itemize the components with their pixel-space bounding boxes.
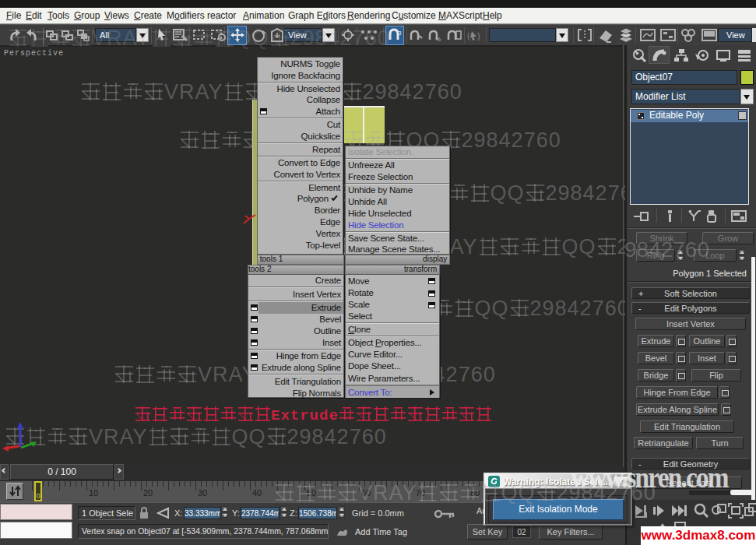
svg-text:3: 3 [398, 30, 402, 37]
svg-text:): ) [477, 31, 480, 40]
svg-text:(: ( [467, 31, 470, 40]
svg-text:%: % [435, 36, 441, 43]
